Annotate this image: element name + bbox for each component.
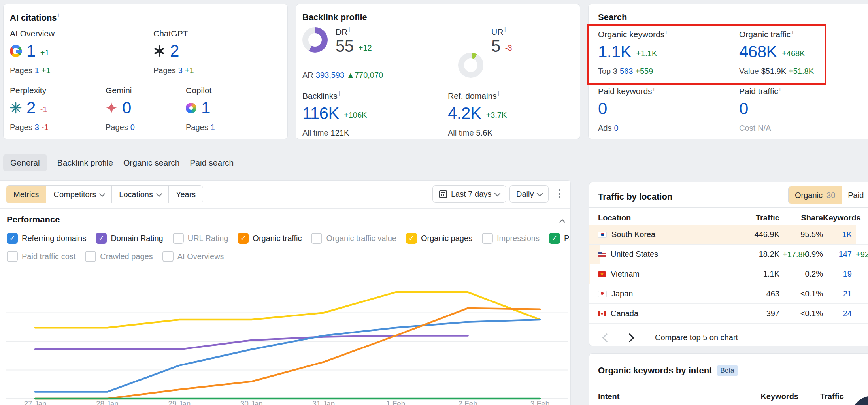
gemini-value[interactable]: 0 [122,99,131,117]
checkbox-box-icon[interactable] [162,251,174,262]
ur-value: 5 [491,38,500,55]
pages-link[interactable]: 0 [130,123,135,132]
keywords-delta: +92 [856,250,868,259]
keywords-link[interactable]: 21 [843,289,852,298]
checkbox-url-rating[interactable]: URL Rating [173,233,228,244]
traffic-value: 397 [766,309,779,318]
perplexity-icon [10,102,22,114]
checkbox-box-icon[interactable] [482,233,493,244]
checkbox-box-icon[interactable] [311,233,322,244]
checkbox-organic-traffic-value[interactable]: Organic traffic value [311,233,396,244]
checkbox-box-icon[interactable] [85,251,96,262]
keywords-link[interactable]: 147 [839,250,852,258]
checkbox-box-icon[interactable]: ✓ [238,233,249,244]
ref-domains-value[interactable]: 4.2K [448,105,481,122]
page-prev-chevron-icon[interactable] [602,333,611,342]
intent-panel: Organic keywords by intent Beta Intent K… [589,353,868,405]
share-value: <0.1% [779,309,823,318]
checkbox-box-icon[interactable] [173,233,184,244]
checkbox-box-icon[interactable]: ✓ [96,233,107,244]
info-hint-icon[interactable]: i [339,90,340,97]
x-axis-tick-label: 28 Jan [96,399,119,405]
checkbox-paid-traffic[interactable]: ✓Paid traffic [549,233,571,244]
pages-link[interactable]: 3 [35,123,39,132]
info-hint-icon[interactable]: i [653,86,655,92]
checkbox-impressions[interactable]: Impressions [482,233,540,244]
flag-jp-icon [598,291,607,297]
paid-keywords-value[interactable]: 0 [598,100,607,117]
location-row-canada: Canada397<0.1%24 [589,304,868,324]
checkbox-organic-pages[interactable]: ✓Organic pages [406,233,472,244]
traffic-value: 1.1K [763,269,779,278]
keywords-link[interactable]: 24 [843,309,852,318]
checkbox-box-icon[interactable]: ✓ [549,233,560,244]
checkbox-domain-rating[interactable]: ✓Domain Rating [96,233,163,244]
checkbox-referring-domains[interactable]: ✓Referring domains [7,233,86,244]
beta-badge: Beta [717,365,738,376]
years-filter-button[interactable]: Years [168,186,203,203]
keywords-link[interactable]: 19 [843,269,852,278]
checkbox-box-icon[interactable] [7,251,18,262]
checkbox-label: Organic traffic value [326,234,396,243]
chevron-down-icon [494,190,501,196]
compare-top5-button[interactable]: Compare top 5 on chart [655,333,738,342]
metric-checkbox-row-2: Paid traffic costCrawled pagesAI Overvie… [7,251,224,262]
ur-donut-chart [458,53,483,78]
checkbox-organic-traffic[interactable]: ✓Organic traffic [238,233,302,244]
locations-filter-button[interactable]: Locations [111,186,168,203]
paid-traffic-value[interactable]: 0 [739,100,748,117]
info-hint-icon[interactable]: i [504,26,506,33]
checkbox-box-icon[interactable]: ✓ [406,233,417,244]
location-row-vietnam: Vietnam1.1K0.2%19 [589,264,868,284]
ai-overview-value[interactable]: 1 [26,42,36,60]
tab-general[interactable]: General [3,154,47,171]
pages-link[interactable]: 3 [178,66,183,75]
page-next-chevron-icon[interactable] [625,333,634,342]
keywords-link[interactable]: 1K [842,230,852,239]
more-options-kebab-button[interactable] [556,187,563,201]
collapse-section-chevron-icon[interactable] [559,219,566,226]
report-tabs: General Backlink profile Organic search … [3,154,234,171]
toggle-organic[interactable]: Organic30 [789,186,842,204]
col-traffic: Traffic [798,392,844,401]
performance-title: Performance [7,215,60,225]
info-hint-icon[interactable]: i [349,26,350,33]
copilot-value[interactable]: 1 [201,99,210,117]
backlinks-value[interactable]: 116K [302,105,339,122]
date-range-button[interactable]: Last 7 days [432,185,506,203]
ads-link[interactable]: 0 [614,124,618,132]
metric-paid-traffic: Paid traffici 0 CostN/A [739,86,781,133]
checkbox-label: AI Overviews [177,252,224,261]
col-location: Location [598,213,716,222]
pages-link[interactable]: 1 [211,123,215,132]
x-axis-tick-label: 29 Jan [168,399,191,405]
toggle-paid[interactable]: Paid0 [842,186,868,204]
tab-paid-search[interactable]: Paid search [190,154,234,171]
organic-paid-toggle: Organic30 Paid0 [788,186,868,204]
competitors-filter-button[interactable]: Competitors [46,186,111,203]
checkbox-crawled-pages[interactable]: Crawled pages [85,251,153,262]
location-table-header: Location Traffic Share Keywords [589,211,868,225]
checkbox-box-icon[interactable]: ✓ [7,233,18,244]
annotation-red-box [587,24,826,85]
metric-chatgpt: ChatGPT 2 Pages3+1 [153,29,196,75]
perplexity-value[interactable]: 2 [26,99,36,117]
chatgpt-value[interactable]: 2 [170,42,179,60]
x-axis-tick-label: 3 Feb [530,399,550,405]
traffic-value: 18.2K [759,250,779,258]
col-traffic: Traffic [716,213,779,222]
tab-organic-search[interactable]: Organic search [123,154,179,171]
ar-link[interactable]: 393,593 [316,71,344,79]
checkbox-paid-traffic-cost[interactable]: Paid traffic cost [7,251,75,262]
ar-row: AR393,593▲770,070 [302,71,385,80]
pages-link[interactable]: 1 [35,66,39,75]
info-hint-icon[interactable]: i [498,90,499,97]
info-hint-icon[interactable]: i [58,12,59,19]
metrics-filter-button[interactable]: Metrics [6,186,46,203]
checkbox-ai-overviews[interactable]: AI Overviews [162,251,224,262]
flag-kr-icon [598,232,607,238]
info-hint-icon[interactable]: i [779,86,781,92]
granularity-button[interactable]: Daily [509,185,549,203]
dr-value: 55 [336,38,354,55]
tab-backlink-profile[interactable]: Backlink profile [57,154,113,171]
